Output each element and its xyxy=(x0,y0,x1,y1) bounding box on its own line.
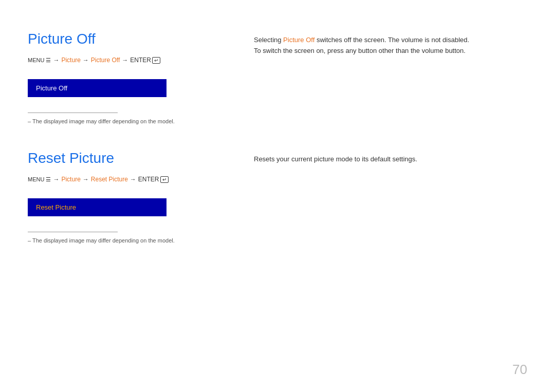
reset-picture-title: Reset Picture xyxy=(28,150,223,166)
reset-picture-link: Reset Picture xyxy=(91,176,128,183)
reset-picture-desc-1: Resets your current picture mode to its … xyxy=(254,154,527,165)
menu-label: MENU ☰ xyxy=(28,57,51,64)
picture-off-preview: Picture Off xyxy=(28,79,166,97)
page-number: 70 xyxy=(512,362,527,378)
arrow-4: → xyxy=(53,176,59,183)
picture-off-description: Selecting Picture Off switches off the s… xyxy=(254,31,527,124)
reset-picture-note: – The displayed image may differ dependi… xyxy=(28,237,223,244)
arrow-1: → xyxy=(53,57,59,64)
reset-picture-preview-label: Reset Picture xyxy=(36,203,76,211)
divider-1 xyxy=(28,113,118,113)
reset-picture-menu-path: MENU ☰ → Picture → Reset Picture → ENTER… xyxy=(28,176,223,183)
picture-off-note: – The displayed image may differ dependi… xyxy=(28,118,223,124)
picture-off-desc-1: Selecting Picture Off switches off the s… xyxy=(254,35,527,46)
picture-off-inline: Picture Off xyxy=(283,36,314,44)
menu-label-2: MENU ☰ xyxy=(28,176,51,183)
arrow-6: → xyxy=(130,176,136,183)
picture-off-menu-path: MENU ☰ → Picture → Picture Off → ENTER ↵ xyxy=(28,57,223,64)
picture-link-2: Picture xyxy=(61,176,80,183)
reset-picture-preview: Reset Picture xyxy=(28,198,166,216)
divider-2 xyxy=(28,232,118,232)
enter-label-2: ENTER xyxy=(138,176,159,183)
picture-off-left: Picture Off MENU ☰ → Picture → Picture O… xyxy=(28,31,223,124)
reset-picture-left: Reset Picture MENU ☰ → Picture → Reset P… xyxy=(28,150,223,244)
picture-link: Picture xyxy=(61,57,80,64)
picture-off-section: Picture Off MENU ☰ → Picture → Picture O… xyxy=(28,31,527,124)
page-content: Picture Off MENU ☰ → Picture → Picture O… xyxy=(0,0,555,290)
arrow-5: → xyxy=(83,176,89,183)
enter-icon: ↵ xyxy=(152,57,160,64)
picture-off-desc-2: To switch the screen on, press any butto… xyxy=(254,46,527,57)
arrow-2: → xyxy=(83,57,89,64)
enter-label: ENTER xyxy=(130,57,151,64)
enter-icon-2: ↵ xyxy=(160,176,169,183)
reset-picture-section: Reset Picture MENU ☰ → Picture → Reset P… xyxy=(28,150,527,244)
picture-off-preview-label: Picture Off xyxy=(36,84,67,92)
picture-off-link: Picture Off xyxy=(91,57,120,64)
reset-picture-description: Resets your current picture mode to its … xyxy=(254,150,527,244)
arrow-3: → xyxy=(122,57,128,64)
picture-off-title: Picture Off xyxy=(28,31,223,47)
